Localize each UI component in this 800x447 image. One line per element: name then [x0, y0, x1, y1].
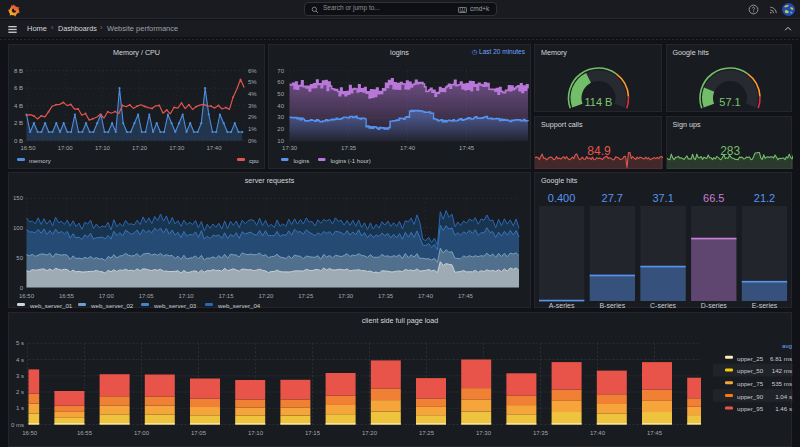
svg-text:21.2: 21.2 — [754, 192, 775, 204]
svg-text:1.04 s: 1.04 s — [775, 392, 792, 399]
svg-text:logins: logins — [294, 158, 310, 164]
svg-text:17:25: 17:25 — [419, 429, 435, 435]
svg-text:17:15: 17:15 — [218, 293, 234, 299]
svg-text:16:50: 16:50 — [19, 293, 35, 299]
svg-text:17:30: 17:30 — [338, 293, 354, 299]
svg-text:50: 50 — [277, 91, 284, 97]
svg-text:17:10: 17:10 — [248, 429, 264, 435]
svg-text:17:00: 17:00 — [134, 429, 150, 435]
svg-text:logins (-1 hour): logins (-1 hour) — [331, 158, 371, 164]
svg-text:40: 40 — [277, 103, 284, 109]
svg-text:16:55: 16:55 — [59, 293, 75, 299]
svg-text:17:30: 17:30 — [282, 145, 298, 151]
svg-text:27.7: 27.7 — [602, 192, 623, 204]
svg-text:web_server_02: web_server_02 — [90, 302, 134, 309]
svg-text:6 B: 6 B — [14, 85, 23, 91]
svg-text:16:50: 16:50 — [22, 429, 38, 435]
svg-text:8 B: 8 B — [14, 68, 23, 74]
svg-text:17:40: 17:40 — [418, 293, 434, 299]
svg-text:17:45: 17:45 — [647, 429, 663, 435]
svg-text:17:35: 17:35 — [533, 429, 549, 435]
svg-text:17:10: 17:10 — [95, 145, 111, 151]
svg-text:17:45: 17:45 — [458, 293, 474, 299]
svg-text:17:25: 17:25 — [298, 293, 314, 299]
svg-text:16:55: 16:55 — [77, 429, 93, 435]
svg-text:17:30: 17:30 — [476, 429, 492, 435]
svg-text:2%: 2% — [248, 114, 257, 120]
svg-text:3%: 3% — [248, 103, 257, 109]
svg-text:1 s: 1 s — [16, 405, 24, 411]
svg-text:B-series: B-series — [599, 301, 625, 308]
svg-text:avg: avg — [782, 342, 793, 349]
svg-text:50: 50 — [16, 254, 23, 260]
svg-text:17:40: 17:40 — [590, 429, 606, 435]
svg-text:upper_25: upper_25 — [737, 354, 764, 361]
svg-text:cpu: cpu — [249, 158, 259, 164]
svg-text:10: 10 — [277, 138, 284, 144]
svg-text:E-series: E-series — [752, 301, 778, 308]
svg-text:upper_95: upper_95 — [737, 405, 764, 412]
svg-text:16:50: 16:50 — [20, 145, 36, 151]
svg-text:100: 100 — [13, 225, 24, 231]
svg-text:17:40: 17:40 — [206, 145, 222, 151]
svg-text:17:05: 17:05 — [191, 429, 207, 435]
svg-text:60: 60 — [277, 79, 284, 85]
svg-text:17:35: 17:35 — [341, 145, 357, 151]
svg-text:17:40: 17:40 — [400, 145, 416, 151]
svg-text:57.1: 57.1 — [719, 96, 740, 108]
svg-text:4 s: 4 s — [16, 356, 24, 362]
svg-text:4 B: 4 B — [14, 103, 23, 109]
svg-text:1%: 1% — [248, 126, 257, 132]
svg-text:17:35: 17:35 — [378, 293, 394, 299]
svg-text:C-series: C-series — [650, 301, 677, 308]
svg-text:114 B: 114 B — [585, 96, 613, 108]
svg-text:17:20: 17:20 — [362, 429, 378, 435]
svg-text:66.5: 66.5 — [703, 192, 724, 204]
svg-text:0 ms: 0 ms — [11, 421, 24, 427]
svg-text:17:30: 17:30 — [169, 145, 185, 151]
svg-text:30: 30 — [277, 114, 284, 120]
svg-text:70: 70 — [277, 68, 284, 74]
svg-text:A-series: A-series — [549, 301, 575, 308]
svg-text:6.81 ms: 6.81 ms — [770, 354, 792, 361]
svg-text:17:10: 17:10 — [179, 293, 195, 299]
svg-text:upper_50: upper_50 — [737, 367, 764, 374]
svg-text:0.400: 0.400 — [548, 192, 576, 204]
svg-text:17:00: 17:00 — [99, 293, 115, 299]
svg-text:3 s: 3 s — [16, 372, 24, 378]
svg-text:1.46 s: 1.46 s — [775, 405, 792, 412]
svg-text:17:05: 17:05 — [139, 293, 155, 299]
svg-text:D-series: D-series — [701, 301, 728, 308]
svg-text:17:20: 17:20 — [258, 293, 274, 299]
svg-text:web_server_01: web_server_01 — [29, 302, 73, 309]
svg-text:37.1: 37.1 — [652, 192, 673, 204]
svg-text:17:15: 17:15 — [305, 429, 321, 435]
svg-text:142 ms: 142 ms — [772, 367, 792, 374]
svg-text:2 B: 2 B — [14, 120, 23, 126]
svg-text:150: 150 — [13, 195, 24, 201]
svg-text:17:20: 17:20 — [132, 145, 148, 151]
svg-text:84.9: 84.9 — [587, 144, 611, 158]
svg-text:283: 283 — [720, 144, 740, 158]
svg-text:6%: 6% — [248, 68, 257, 74]
svg-text:web_server_04: web_server_04 — [217, 302, 261, 309]
svg-text:20: 20 — [277, 126, 284, 132]
svg-text:5 s: 5 s — [16, 340, 24, 346]
svg-text:17:00: 17:00 — [58, 145, 74, 151]
svg-text:0 B: 0 B — [14, 138, 23, 144]
svg-text:17:45: 17:45 — [459, 145, 475, 151]
svg-text:upper_75: upper_75 — [737, 380, 764, 387]
svg-text:5%: 5% — [248, 79, 257, 85]
svg-text:2 s: 2 s — [16, 389, 24, 395]
svg-text:4%: 4% — [248, 91, 257, 97]
svg-text:0%: 0% — [248, 138, 257, 144]
svg-text:535 ms: 535 ms — [772, 380, 792, 387]
svg-text:upper_90: upper_90 — [737, 392, 764, 399]
svg-text:memory: memory — [29, 158, 51, 164]
svg-text:web_server_03: web_server_03 — [153, 302, 197, 309]
svg-text:0: 0 — [20, 284, 24, 290]
